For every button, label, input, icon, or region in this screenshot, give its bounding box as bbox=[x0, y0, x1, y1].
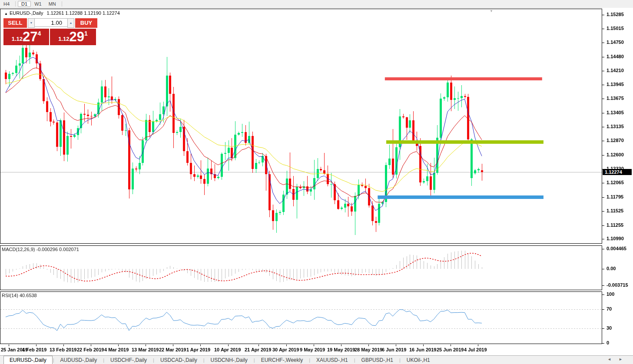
timeframe-h4-button[interactable]: H4 bbox=[0, 1, 13, 7]
date-axis-tick bbox=[173, 344, 173, 346]
date-axis-label: 13 Mar 2019 bbox=[132, 347, 159, 352]
date-axis-tick bbox=[228, 344, 229, 346]
price-axis-label: 1.12600 bbox=[606, 152, 624, 157]
volume-decrease-button[interactable]: ▼ bbox=[28, 18, 35, 28]
price-axis-label: 1.15015 bbox=[606, 26, 624, 31]
chart-tab-audusd-daily[interactable]: AUDUSD-,Daily bbox=[55, 356, 103, 364]
date-axis-label: 9 May 2019 bbox=[300, 347, 325, 352]
macd-axis-label: -0.003715 bbox=[606, 282, 628, 288]
price-axis-label: 1.12065 bbox=[606, 180, 624, 185]
collapse-arrow-icon[interactable]: ▲ bbox=[4, 12, 8, 16]
date-axis-label: 1 Apr 2019 bbox=[186, 347, 210, 352]
date-axis-tick bbox=[118, 344, 119, 346]
chart-tab-usdcad-daily[interactable]: USDCAD-,Daily bbox=[155, 356, 203, 364]
buy-button[interactable]: BUY bbox=[75, 18, 97, 28]
date-axis-label: 4 Jul 2019 bbox=[464, 347, 487, 352]
toolbar-divider bbox=[15, 1, 16, 7]
date-axis-label: 6 Jun 2019 bbox=[382, 347, 406, 352]
chart-shift-marker-icon: ▼ bbox=[490, 9, 493, 13]
date-axis-tick bbox=[200, 344, 201, 346]
rsi-axis-label: 70 bbox=[606, 306, 612, 311]
macd-axis-label: 0.00 bbox=[606, 266, 616, 271]
date-axis-tick bbox=[478, 344, 478, 346]
chart-tab-usdchf-daily[interactable]: USDCHF-,Daily bbox=[105, 356, 152, 364]
macd-signal-value: 0.002071 bbox=[59, 247, 79, 252]
buy-price-big: 29 bbox=[70, 30, 84, 44]
macd-canvas[interactable] bbox=[0, 246, 602, 290]
sell-price-display[interactable]: 1.12274 bbox=[3, 29, 49, 45]
macd-axis-label-tick bbox=[602, 249, 604, 249]
chart-tab-gbpusd-h1[interactable]: GBPUSD-,H1 bbox=[356, 356, 399, 364]
volume-input[interactable] bbox=[35, 18, 67, 27]
sell-price-prefix: 1.12 bbox=[12, 36, 23, 42]
rsi-canvas[interactable] bbox=[0, 292, 602, 344]
toolbar-divider bbox=[62, 1, 62, 7]
chart-tab-xauusd-h1[interactable]: XAUUSD-,H1 bbox=[311, 356, 354, 364]
tab-scroll-right-icon[interactable]: ► bbox=[619, 357, 623, 361]
rsi-label: RSI(14) 40.6538 bbox=[2, 293, 37, 298]
chart-tab-eurchf-weekly[interactable]: EURCHF-,Weekly bbox=[255, 356, 308, 364]
date-axis-tick bbox=[314, 344, 314, 346]
date-axis-tick bbox=[91, 344, 91, 346]
date-axis-label: 19 May 2019 bbox=[327, 347, 355, 352]
macd-label: MACD(12,26,9) -0.000296 0.002071 bbox=[2, 247, 79, 252]
mt4-chart-window: H4 D1 W1 MN MACD(12,26,9) -0.000296 0.00… bbox=[0, 0, 633, 364]
date-axis-label: 16 Jun 2019 bbox=[409, 347, 436, 352]
macd-axis-label: 0.004465 bbox=[606, 246, 626, 251]
date-axis-label: 4 Feb 2019 bbox=[22, 347, 46, 352]
price-axis-label-tick bbox=[602, 239, 604, 239]
price-axis-label-tick bbox=[602, 85, 604, 85]
price-axis-label: 1.14210 bbox=[606, 68, 624, 73]
date-axis-tick bbox=[36, 344, 36, 346]
price-axis-label-tick bbox=[602, 15, 604, 15]
date-axis-tick bbox=[146, 344, 146, 346]
date-axis-label: 22 Feb 2019 bbox=[77, 347, 104, 352]
timeframe-d1-button[interactable]: D1 bbox=[18, 1, 31, 7]
price-axis-label: 1.12330 bbox=[606, 166, 624, 171]
buy-price-sup: 1 bbox=[84, 30, 88, 37]
rsi-axis-label: 30 bbox=[606, 325, 612, 331]
tab-separator: | bbox=[203, 357, 205, 363]
chart-tab-usdcnh-daily[interactable]: USDCNH-,Daily bbox=[205, 356, 253, 364]
date-axis-tick bbox=[423, 344, 424, 346]
date-axis-tick bbox=[368, 344, 369, 346]
timeframe-toolbar: H4 D1 W1 MN bbox=[0, 0, 633, 8]
date-axis-tick bbox=[396, 344, 396, 346]
macd-indicator-pane: MACD(12,26,9) -0.000296 0.002071 bbox=[0, 245, 602, 290]
timeframe-mn-button[interactable]: MN bbox=[45, 1, 60, 7]
buy-price-display[interactable]: 1.12291 bbox=[50, 29, 96, 45]
sell-button[interactable]: SELL bbox=[3, 18, 27, 28]
timeframe-w1-button[interactable]: W1 bbox=[31, 1, 45, 7]
volume-increase-button[interactable]: ▲ bbox=[67, 18, 74, 28]
tab-separator: | bbox=[354, 357, 355, 363]
date-axis-label: 4 Mar 2019 bbox=[104, 347, 129, 352]
rsi-axis-label: 100 bbox=[606, 291, 614, 297]
price-axis-label: 1.13945 bbox=[606, 82, 624, 87]
date-axis-tick bbox=[451, 344, 451, 346]
price-axis-label-tick bbox=[602, 169, 604, 169]
chart-tab-eurusd-daily[interactable]: EURUSD-,Daily bbox=[3, 356, 53, 364]
tab-separator: | bbox=[103, 357, 104, 363]
macd-axis-label-tick bbox=[602, 269, 604, 269]
sell-price-big: 27 bbox=[23, 30, 37, 44]
date-axis-label: 30 Apr 2019 bbox=[272, 347, 299, 352]
date-axis-tick bbox=[9, 344, 9, 346]
tab-separator: | bbox=[53, 357, 54, 363]
date-axis-tick bbox=[286, 344, 287, 346]
macd-axis-label-tick bbox=[602, 285, 604, 286]
price-axis-label: 1.15285 bbox=[606, 12, 624, 17]
date-axis-tick bbox=[63, 344, 64, 346]
one-click-trading-panel: SELL ▼ ▲ BUY 1.12274 1.12291 bbox=[3, 18, 97, 46]
price-axis-label-tick bbox=[602, 71, 604, 71]
date-axis-label: 22 Mar 2019 bbox=[159, 347, 186, 352]
price-axis-label: 1.11525 bbox=[606, 208, 623, 213]
price-axis-label-tick bbox=[602, 127, 604, 127]
price-axis-label-tick bbox=[602, 197, 604, 198]
tab-separator: | bbox=[309, 357, 310, 363]
rsi-axis-label-tick bbox=[602, 309, 604, 310]
tab-scroll-left-icon[interactable]: ◄ bbox=[607, 357, 611, 361]
chart-tab-ukoil-h1[interactable]: UKOil-,H1 bbox=[401, 356, 436, 364]
price-axis-label-tick bbox=[602, 225, 604, 226]
rsi-indicator-pane: RSI(14) 40.6538 bbox=[0, 291, 602, 344]
price-axis-label: 1.14480 bbox=[606, 54, 624, 59]
